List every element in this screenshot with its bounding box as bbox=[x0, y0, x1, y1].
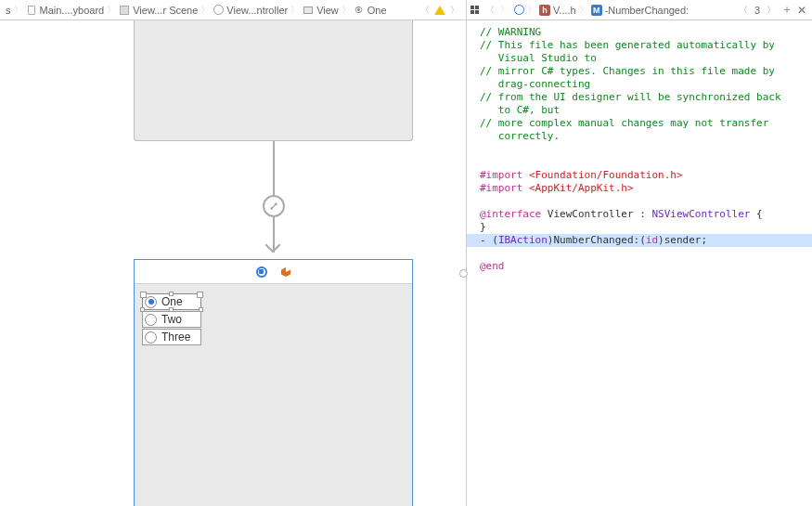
chevron-right-icon: 〉 bbox=[290, 4, 301, 17]
connection-gutter-dot-icon[interactable] bbox=[459, 269, 468, 278]
radio-one-label: One bbox=[161, 295, 183, 308]
crumb-viewcontroller[interactable]: View...ntroller bbox=[211, 5, 290, 16]
crumb-root-label: s bbox=[6, 5, 11, 16]
code-superclass: NSViewController bbox=[651, 208, 750, 220]
circle-icon bbox=[213, 5, 224, 16]
code-editor[interactable]: // WARNING // This file has been generat… bbox=[467, 20, 812, 506]
radio-indicator-on-icon bbox=[145, 296, 157, 308]
crumb-viewcontroller-label: View...ntroller bbox=[226, 5, 288, 16]
chevron-right-icon: 〉 bbox=[13, 4, 24, 17]
left-breadcrumb-bar: s 〉 Main....yboard 〉 View...r Scene 〉 Vi… bbox=[0, 0, 466, 20]
code-brace-open: { bbox=[750, 208, 762, 220]
chevron-right-icon: 〉 bbox=[200, 4, 211, 17]
code-import-kw: #import bbox=[480, 169, 522, 181]
code-end-kw: @end bbox=[480, 260, 505, 272]
crumb-member-label: -NumberChanged: bbox=[605, 5, 690, 16]
crumb-one[interactable]: ⦿ One bbox=[352, 5, 389, 16]
code-action-name: )NumberChanged:( bbox=[548, 234, 646, 246]
method-icon: M bbox=[591, 5, 602, 16]
code-import-value: <Foundation/Foundation.h> bbox=[522, 169, 682, 181]
chevron-right-icon: 〉 bbox=[341, 4, 352, 17]
code-classname: ViewController : bbox=[541, 208, 651, 220]
code-comment: correctly. bbox=[480, 130, 560, 142]
radio-group-icon: ⦿ bbox=[354, 5, 365, 16]
warning-icon[interactable] bbox=[434, 6, 445, 15]
code-action-prefix: - ( bbox=[480, 234, 498, 246]
crumb-scene[interactable]: View...r Scene bbox=[117, 5, 200, 16]
prev-issue-button[interactable]: 〈 bbox=[418, 4, 432, 17]
crumb-header-file[interactable]: h V....h bbox=[537, 5, 578, 16]
scene-icon bbox=[119, 5, 130, 16]
code-brace-close: } bbox=[480, 221, 486, 233]
chevron-right-icon: 〉 bbox=[526, 4, 537, 17]
code-comment: // WARNING bbox=[480, 26, 541, 38]
crumb-view-label: View bbox=[316, 5, 339, 16]
interface-builder-canvas[interactable]: ⤢ One Two bbox=[0, 20, 466, 506]
counterpart-next-button[interactable]: 〉 bbox=[764, 4, 779, 17]
counterpart-counter: 3 bbox=[753, 5, 762, 16]
view-icon bbox=[303, 5, 314, 16]
counterpart-prev-button[interactable]: 〈 bbox=[736, 4, 751, 17]
crumb-header-file-label: V....h bbox=[553, 5, 576, 16]
radio-two[interactable]: Two bbox=[142, 311, 201, 328]
radio-indicator-off-icon bbox=[145, 314, 157, 326]
radio-three-label: Three bbox=[161, 331, 190, 344]
code-import-value: <AppKit/AppKit.h> bbox=[522, 182, 633, 194]
nav-back-button[interactable]: 〈 bbox=[483, 4, 497, 17]
document-icon bbox=[26, 5, 37, 16]
lower-viewcontroller-card[interactable]: One Two Three bbox=[134, 259, 413, 506]
radio-indicator-off-icon bbox=[145, 331, 157, 344]
code-comment: drag-connecting bbox=[480, 78, 590, 90]
chevron-right-icon: 〉 bbox=[106, 4, 117, 17]
code-comment: to C#, but bbox=[480, 104, 560, 116]
code-comment: Visual Studio to bbox=[480, 52, 597, 64]
four-square-icon[interactable] bbox=[470, 6, 479, 14]
first-responder-icon[interactable] bbox=[280, 266, 291, 278]
radio-two-label: Two bbox=[161, 313, 182, 326]
add-assistant-button[interactable]: ＋ bbox=[780, 2, 793, 18]
code-import-kw: #import bbox=[480, 182, 522, 194]
crumb-root[interactable]: s bbox=[4, 5, 13, 16]
radio-one[interactable]: One bbox=[142, 293, 201, 310]
next-issue-button[interactable]: 〉 bbox=[447, 4, 462, 17]
crumb-scene-label: View...r Scene bbox=[133, 5, 198, 16]
code-action-suffix: )sender; bbox=[658, 234, 707, 246]
right-breadcrumb-bar: 〈 〉 〉 h V....h 〉 M -NumberChanged: 〈 3 〉… bbox=[467, 0, 812, 20]
code-comment: // mirror C# types. Changes in this file… bbox=[480, 65, 775, 77]
radio-three[interactable]: Three bbox=[142, 329, 201, 345]
related-items-icon bbox=[514, 5, 524, 15]
crumb-one-label: One bbox=[367, 5, 387, 16]
code-interface-kw: @interface bbox=[480, 208, 541, 220]
crumb-storyboard[interactable]: Main....yboard bbox=[24, 5, 107, 16]
header-file-icon: h bbox=[539, 5, 550, 16]
stop-icon[interactable] bbox=[256, 266, 267, 278]
crumb-member[interactable]: M -NumberChanged: bbox=[589, 5, 691, 16]
code-id-kw: id bbox=[646, 234, 658, 246]
crumb-view[interactable]: View bbox=[301, 5, 341, 16]
close-assistant-button[interactable]: ✕ bbox=[795, 4, 808, 17]
radio-group[interactable]: One Two Three bbox=[142, 293, 201, 346]
chevron-down-icon bbox=[267, 240, 280, 253]
viewcontroller-header[interactable] bbox=[135, 260, 412, 284]
code-ibaction-kw: IBAction bbox=[498, 234, 548, 246]
chevron-right-icon: 〉 bbox=[578, 4, 589, 17]
crumb-storyboard-label: Main....yboard bbox=[40, 5, 105, 16]
crumb-related[interactable] bbox=[512, 5, 526, 15]
segue-node-icon[interactable]: ⤢ bbox=[263, 195, 285, 217]
code-comment: // more complex manual changes may not t… bbox=[480, 117, 768, 129]
upper-viewcontroller-card[interactable] bbox=[134, 20, 413, 141]
code-comment: // This file has been generated automati… bbox=[480, 39, 775, 51]
code-comment: // from the UI designer will be synchron… bbox=[480, 91, 781, 103]
nav-forward-button[interactable]: 〉 bbox=[497, 4, 512, 17]
